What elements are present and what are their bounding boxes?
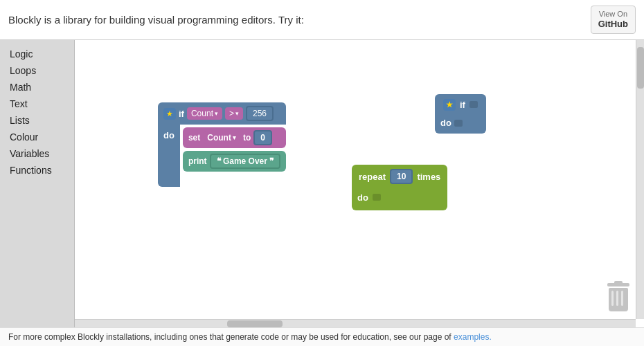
print-label: print xyxy=(188,156,207,166)
operator-dropdown[interactable]: > ▾ xyxy=(225,107,243,120)
repeat-number-label: 10 xyxy=(397,172,406,181)
sidebar-item-math[interactable]: Math xyxy=(0,79,74,95)
to-label: to xyxy=(243,133,251,143)
vertical-scrollbar-thumb[interactable] xyxy=(637,47,644,89)
sidebar-item-functions[interactable]: Functions xyxy=(0,162,74,179)
footer: For more complex Blockly installations, … xyxy=(0,327,644,346)
sidebar-item-text[interactable]: Text xyxy=(0,95,74,112)
dropdown-arrow-icon: ▾ xyxy=(215,110,218,117)
zero-value[interactable]: 0 xyxy=(253,130,272,145)
set-block[interactable]: set Count ▾ to 0 xyxy=(183,127,286,148)
sidebar-item-colour[interactable]: Colour xyxy=(0,129,74,145)
footer-text: For more complex Blockly installations, … xyxy=(8,332,451,342)
footer-examples-link[interactable]: examples. xyxy=(454,332,492,342)
page-title: Blockly is a library for building visual… xyxy=(8,14,304,26)
zero-label: 0 xyxy=(260,133,265,143)
if-small-block[interactable]: ★ if do xyxy=(435,94,486,134)
star-icon: ★ xyxy=(166,109,173,118)
if-keyword: if xyxy=(179,109,184,119)
print-block[interactable]: print ❝ Game Over ❞ xyxy=(183,151,286,172)
repeat-label: repeat xyxy=(359,172,386,182)
sidebar-item-variables[interactable]: Variables xyxy=(0,145,74,162)
do-label-repeat: do xyxy=(357,192,368,203)
github-label: GitHub xyxy=(598,19,628,29)
set-label: set xyxy=(188,133,200,143)
horizontal-scrollbar-thumb[interactable] xyxy=(227,320,283,327)
trash-body xyxy=(609,288,628,311)
do-content: set Count ▾ to 0 print xyxy=(183,125,286,174)
star-icon-small: ★ xyxy=(446,100,453,109)
set-count-dropdown[interactable]: Count ▾ xyxy=(203,131,240,144)
main-area: Logic Loops Math Text Lists Colour Varia… xyxy=(0,40,644,327)
trash-lid xyxy=(607,283,629,286)
repeat-block[interactable]: repeat 10 times do xyxy=(352,165,447,210)
sidebar-item-loops[interactable]: Loops xyxy=(0,62,74,79)
view-on-label: View On xyxy=(598,9,628,19)
value-256-label: 256 xyxy=(253,109,267,118)
sidebar: Logic Loops Math Text Lists Colour Varia… xyxy=(0,40,75,327)
trash-icon[interactable] xyxy=(605,280,632,312)
game-over-label: ❝ Game Over ❞ xyxy=(217,156,274,166)
sidebar-item-lists[interactable]: Lists xyxy=(0,112,74,129)
sidebar-item-logic[interactable]: Logic xyxy=(0,46,74,62)
puzzle-notch-do-small xyxy=(454,120,463,127)
do-label: do xyxy=(163,130,175,140)
operator-label: > xyxy=(229,109,234,118)
operator-arrow-icon: ▾ xyxy=(235,110,239,117)
set-count-label: Count xyxy=(207,133,231,143)
puzzle-notch-repeat-do xyxy=(373,194,381,201)
count-label: Count xyxy=(191,109,213,118)
star-badge: ★ xyxy=(163,108,176,120)
count-dropdown[interactable]: Count ▾ xyxy=(187,107,222,120)
do-label-col: do xyxy=(158,125,180,187)
vertical-scrollbar[interactable] xyxy=(636,40,644,319)
times-label: times xyxy=(417,172,440,182)
github-button[interactable]: View On GitHub xyxy=(591,6,636,34)
if-keyword-small: if xyxy=(460,100,465,110)
if-main-block[interactable]: ★ if Count ▾ > ▾ 256 xyxy=(158,102,286,187)
repeat-number[interactable]: 10 xyxy=(390,169,413,184)
do-label-small: do xyxy=(440,118,451,128)
set-dropdown-arrow-icon: ▾ xyxy=(233,134,236,141)
canvas-area: ★ if Count ▾ > ▾ 256 xyxy=(75,40,644,327)
horizontal-scrollbar[interactable] xyxy=(75,319,636,327)
value-256[interactable]: 256 xyxy=(246,106,274,121)
star-badge-small: ★ xyxy=(443,99,456,111)
puzzle-notch-small xyxy=(469,101,478,108)
header: Blockly is a library for building visual… xyxy=(0,0,644,40)
string-game-over[interactable]: ❝ Game Over ❞ xyxy=(210,154,281,169)
